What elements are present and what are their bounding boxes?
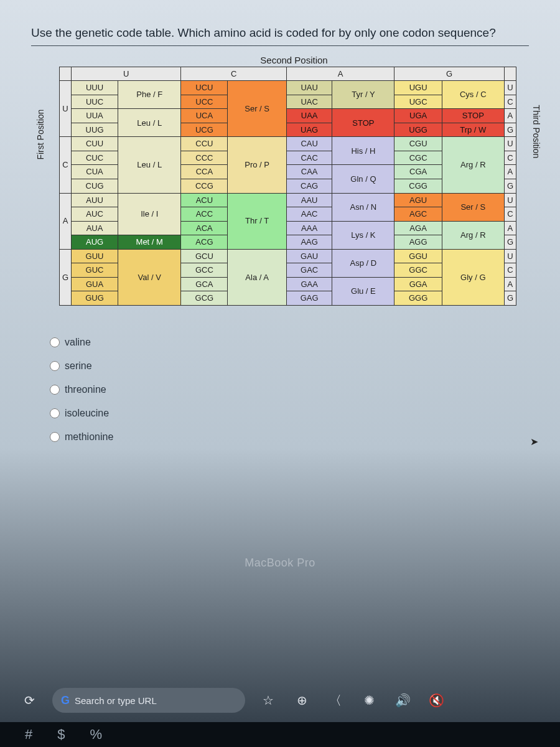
col-header-u: U: [72, 67, 181, 81]
option-isoleucine[interactable]: isoleucine: [50, 402, 529, 425]
option-valine[interactable]: valine: [50, 331, 529, 354]
codon-cell: ACU: [181, 193, 228, 207]
aa-cell: Gly / G: [442, 249, 504, 305]
third-position-label: Third Position: [531, 105, 541, 159]
codon-cell: GGG: [394, 291, 442, 306]
codon-cell: CAC: [286, 151, 332, 165]
codon-cell: GAU: [286, 249, 332, 263]
codon-cell: AUU: [72, 193, 118, 207]
codon-cell: CAA: [286, 165, 332, 179]
google-logo-icon: G: [61, 694, 70, 707]
radio-threonine[interactable]: [50, 385, 60, 395]
codon-cell: GUA: [72, 277, 118, 291]
codon-cell: GCC: [181, 263, 228, 278]
row-header-G: G: [60, 249, 72, 305]
new-tab-icon[interactable]: ⊕: [291, 690, 312, 711]
codon-cell: CUC: [72, 151, 118, 165]
codon-cell: CGC: [394, 151, 442, 165]
third-pos-G: G: [504, 291, 516, 306]
reload-icon[interactable]: ⟳: [19, 690, 40, 711]
browser-toolbar: ⟳ G Search or type URL ☆ ⊕ 〈 ✺ 🔊 🔇: [19, 685, 548, 716]
codon-cell: AGC: [394, 207, 442, 222]
codon-cell: CUU: [72, 137, 118, 151]
codon-cell: GCA: [181, 277, 228, 291]
codon-cell: GGA: [394, 277, 442, 291]
codon-cell: UUG: [72, 123, 118, 137]
key-%: %: [90, 726, 103, 743]
codon-cell: AAA: [286, 221, 332, 235]
back-icon[interactable]: 〈: [325, 690, 346, 711]
mute-icon[interactable]: 🔇: [426, 690, 447, 711]
col-header-a: A: [286, 67, 394, 81]
third-pos-C: C: [504, 95, 516, 109]
aa-cell: Ser / S: [228, 81, 287, 137]
aa-cell: Lys / K: [332, 221, 394, 249]
radio-serine[interactable]: [50, 361, 60, 371]
codon-cell: UGG: [394, 123, 442, 137]
aa-cell: Cys / C: [442, 81, 504, 109]
third-pos-A: A: [504, 277, 516, 291]
address-bar[interactable]: G Search or type URL: [52, 688, 245, 713]
codon-cell: ACA: [181, 221, 228, 235]
radio-valine[interactable]: [50, 337, 60, 347]
codon-cell: CGA: [394, 165, 442, 179]
aa-cell: Thr / T: [228, 193, 287, 249]
codon-cell: AAU: [286, 193, 332, 207]
option-label: methionine: [65, 431, 113, 443]
aa-cell: Ile / I: [118, 193, 181, 235]
codon-cell: UCC: [181, 95, 228, 109]
codon-cell: UCG: [181, 123, 228, 137]
row-header-C: C: [60, 137, 72, 193]
codon-cell: CGU: [394, 137, 442, 151]
aa-cell: Glu / E: [332, 277, 394, 305]
codon-cell: UAU: [286, 81, 332, 95]
answer-options: valineserinethreonineisoleucinemethionin…: [50, 331, 529, 449]
codon-cell: CCA: [181, 165, 228, 179]
aa-cell: Trp / W: [442, 123, 504, 137]
aa-cell: Arg / R: [442, 137, 504, 193]
laptop-brand-label: MacBook Pro: [245, 557, 315, 570]
radio-isoleucine[interactable]: [50, 408, 60, 418]
codon-cell: UGU: [394, 81, 442, 95]
aa-cell: Pro / P: [228, 137, 287, 193]
option-label: threonine: [65, 384, 106, 395]
codon-cell: GUC: [72, 263, 118, 278]
codon-cell: GAG: [286, 291, 332, 306]
third-pos-A: A: [504, 165, 516, 179]
option-threonine[interactable]: threonine: [50, 378, 529, 402]
aa-cell: Val / V: [118, 249, 181, 305]
radio-methionine[interactable]: [50, 432, 60, 442]
brightness-icon[interactable]: ✺: [358, 690, 380, 711]
aa-cell: Asp / D: [332, 249, 394, 277]
volume-icon[interactable]: 🔊: [392, 690, 413, 711]
aa-cell: Phe / F: [118, 81, 181, 109]
col-header-c: C: [181, 67, 286, 81]
row-header-A: A: [60, 193, 72, 249]
third-pos-G: G: [504, 179, 516, 193]
option-serine[interactable]: serine: [50, 354, 529, 378]
codon-cell: UGC: [394, 95, 442, 109]
codon-cell: AGG: [394, 235, 442, 250]
option-methionine[interactable]: methionine: [50, 425, 529, 449]
codon-cell: GGU: [394, 249, 442, 263]
option-label: isoleucine: [65, 408, 109, 419]
codon-cell: GUG: [72, 291, 118, 306]
aa-cell: Arg / R: [442, 221, 504, 249]
aa-cell: Met / M: [118, 235, 181, 250]
aa-cell: STOP: [442, 109, 504, 123]
codon-cell: CCC: [181, 151, 228, 165]
codon-cell: AUC: [72, 207, 118, 222]
codon-cell: AGU: [394, 193, 442, 207]
third-pos-C: C: [504, 207, 516, 222]
codon-cell: AGA: [394, 221, 442, 235]
codon-cell: GCU: [181, 249, 228, 263]
codon-cell: GAC: [286, 263, 332, 278]
codon-cell: UGA: [394, 109, 442, 123]
third-pos-U: U: [504, 137, 516, 151]
codon-cell: GCG: [181, 291, 228, 306]
star-bookmark-icon[interactable]: ☆: [258, 690, 279, 711]
codon-cell: CAG: [286, 179, 332, 193]
col-header-g: G: [394, 67, 504, 81]
third-pos-C: C: [504, 151, 516, 165]
codon-cell: UUA: [72, 109, 118, 123]
